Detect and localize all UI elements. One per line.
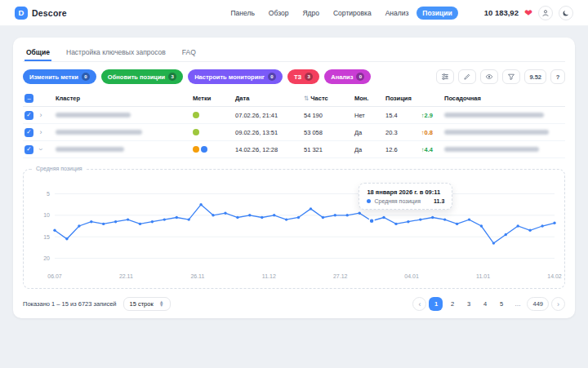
position-delta: ↑0.8 [421,129,433,136]
configure-monitoring-button[interactable]: Настроить мониторинг 0 [188,69,283,84]
row-frequency: 54 190 [304,112,354,119]
page-button-1[interactable]: 1 [429,297,443,311]
nav-item-sorting[interactable]: Сортировка [327,7,377,20]
pagination: ‹ 1 2 3 4 5 … 449 › [412,297,565,311]
label-dot-icon [193,146,199,153]
table-footer: Показано 1 – 15 из 6723 записей 15 строк… [23,297,565,311]
rows-per-page-value: 15 строк [130,300,154,308]
topbar-right: 10 183,92 ❤ [484,6,573,20]
score-button[interactable]: 9.52 [524,69,546,84]
blurred-cluster-text [56,113,131,117]
brand[interactable]: D Descore [15,7,67,20]
nav-item-core[interactable]: Ядро [296,7,325,20]
eye-button[interactable] [480,69,498,84]
theme-toggle-button[interactable] [559,6,573,20]
select-all-checkbox[interactable]: – [24,94,33,103]
collapse-row-icon[interactable]: › [37,146,45,153]
edit-labels-button[interactable]: Изменить метки 0 [23,69,96,84]
tz-button[interactable]: ТЗ 3 [287,69,319,84]
svg-text:06.07: 06.07 [47,273,62,279]
row-date: 14.02.26, 12:28 [235,146,304,153]
analysis-badge: 0 [356,73,364,81]
tab-faq[interactable]: FAQ [180,44,198,61]
balance-amount: 10 183,92 [484,8,519,17]
configure-monitoring-label: Настроить мониторинг [194,73,265,81]
col-position[interactable]: Позиция [385,95,444,102]
chart-tooltip: 18 января 2026 г. в 09:11 Средняя позици… [359,183,452,210]
row-checkbox[interactable]: ✓ [24,128,33,137]
chart-title: Средняя позиция [32,166,87,171]
col-labels[interactable]: Метки [193,95,235,102]
page-button-2[interactable]: 2 [445,297,459,311]
pen-icon [463,73,471,81]
pen-button[interactable] [458,69,476,84]
row-position: 15.4 [385,112,398,119]
row-checkbox[interactable]: ✓ [24,145,33,154]
next-page-button[interactable]: › [551,297,565,311]
page-button-4[interactable]: 4 [478,297,492,311]
tooltip-series-label: Средняя позиция [374,198,421,204]
sliders-button[interactable] [436,69,454,84]
expand-row-icon[interactable]: › [38,111,44,119]
page-button-5[interactable]: 5 [494,297,508,311]
sort-icon[interactable]: ⇅ [304,95,309,102]
svg-text:14.02: 14.02 [547,273,562,279]
table-row[interactable]: ✓ › 07.02.26, 21:41 54 190 Нет 15.4 ↑2.9 [23,107,565,124]
blurred-landing-text [444,130,549,135]
profile-button[interactable] [538,6,553,20]
nav-item-analysis[interactable]: Анализ [380,7,415,20]
blurred-landing-text [444,147,539,152]
top-navbar: D Descore Панель Обзор Ядро Сортировка А… [0,0,588,26]
eye-icon [485,73,493,81]
svg-text:22.11: 22.11 [119,273,133,279]
filter-button[interactable] [502,69,520,84]
line-chart-svg[interactable]: 510152006.0722.1126.1111.1227.1204.0111.… [27,177,563,283]
svg-text:04.01: 04.01 [404,273,419,279]
results-summary: Показано 1 – 15 из 6723 записей [23,300,117,308]
row-checkbox[interactable]: ✓ [24,111,33,120]
rows-per-page-select[interactable]: 15 строк ▲▼ [123,297,171,311]
funnel-icon [507,73,515,81]
col-monitoring[interactable]: Мон. [354,95,385,102]
tooltip-value: 11.3 [434,198,444,204]
brand-name: Descore [32,8,67,18]
update-positions-button[interactable]: Обновить позиции 3 [101,69,183,84]
expand-row-icon[interactable]: › [38,128,44,136]
row-position: 12.6 [385,146,398,153]
help-button[interactable]: ? [550,69,565,84]
tab-keyword-settings[interactable]: Настройка ключевых запросов [65,44,167,61]
svg-text:15: 15 [43,234,50,240]
tab-general[interactable]: Общие [24,44,51,61]
col-date[interactable]: Дата [235,95,304,102]
col-frequency[interactable]: Частс [310,95,327,102]
heart-icon[interactable]: ❤ [524,8,532,18]
nav-item-positions[interactable]: Позиции [416,7,457,20]
col-landing[interactable]: Посадочная [444,95,565,102]
blurred-landing-text [444,113,544,117]
nav-item-panel[interactable]: Панель [225,7,260,20]
col-cluster[interactable]: Кластер [56,95,193,102]
row-frequency: 53 058 [304,129,354,136]
page-button-3[interactable]: 3 [461,297,475,311]
label-dot-icon [193,112,199,118]
table-row[interactable]: ✓ › 14.02.26, 12:28 51 321 Да 12.6 ↑4.4 [23,141,565,158]
series-dot-icon [367,199,371,203]
update-positions-badge: 3 [168,73,176,81]
page-button-last[interactable]: 449 [527,297,549,311]
nav-item-overview[interactable]: Обзор [263,7,295,20]
blurred-cluster-text [56,147,124,152]
positions-card: Общие Настройка ключевых запросов FAQ Из… [13,38,575,318]
analysis-button[interactable]: Анализ 0 [324,69,371,84]
tooltip-date: 18 января 2026 г. в 09:11 [367,188,444,196]
blurred-cluster-text [56,130,142,135]
position-delta: ↑4.4 [421,146,433,153]
label-dot-icon [193,129,199,135]
row-monitoring: Нет [354,112,385,119]
pagination-ellipsis: … [510,297,524,311]
row-date: 09.02.26, 13:51 [235,129,304,136]
select-arrows-icon: ▲▼ [159,301,164,307]
table-row[interactable]: ✓ › 09.02.26, 13:51 53 058 Да 20.3 ↑0.8 [23,124,565,141]
svg-text:11.12: 11.12 [262,273,276,279]
user-icon [541,9,550,17]
prev-page-button[interactable]: ‹ [412,297,426,311]
